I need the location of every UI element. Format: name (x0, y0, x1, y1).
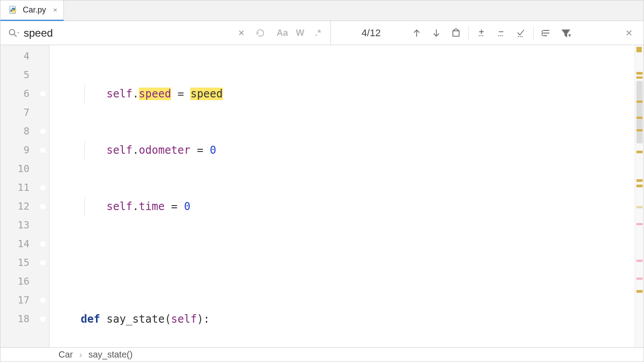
match-marker-icon[interactable] (636, 290, 643, 293)
line-number: 5 (0, 66, 49, 84)
match-marker-icon[interactable] (636, 151, 643, 153)
error-marker-icon[interactable] (636, 260, 643, 262)
prev-match-button[interactable] (407, 21, 427, 45)
search-box: ✕ Aa W .* (0, 21, 331, 45)
file-tab[interactable]: Car.py × (0, 0, 64, 21)
match-marker-icon[interactable] (636, 206, 643, 208)
find-tools: 4/12 ✕ (331, 21, 644, 45)
whole-words-toggle[interactable]: W (291, 28, 309, 38)
close-tab-icon[interactable]: × (53, 6, 57, 14)
line-number: 17 (0, 291, 49, 310)
fold-handle-icon[interactable] (39, 297, 46, 304)
fold-handle-icon[interactable] (39, 90, 46, 97)
python-file-icon (8, 5, 18, 15)
code-line[interactable]: self.time = 0 (50, 197, 635, 216)
match-marker-icon[interactable] (636, 117, 643, 119)
match-case-toggle[interactable]: Aa (273, 28, 291, 38)
filter-button[interactable] (556, 21, 576, 45)
line-number: 8 (0, 122, 49, 141)
code-line[interactable]: self.odometer = 0 (50, 141, 635, 160)
line-number: 6 (0, 84, 49, 103)
match-marker-icon[interactable] (636, 72, 643, 75)
code-line[interactable] (50, 253, 635, 272)
match-marker-icon[interactable] (636, 76, 643, 79)
line-number: 15 (0, 253, 49, 272)
line-number: 7 (0, 103, 49, 122)
line-number: 11 (0, 178, 49, 197)
match-marker-icon[interactable] (636, 179, 643, 182)
match-marker-icon[interactable] (636, 101, 643, 103)
fold-handle-icon[interactable] (39, 259, 46, 266)
line-number: 10 (0, 160, 49, 178)
error-marker-icon[interactable] (636, 278, 643, 280)
find-bar: ✕ Aa W .* 4/12 ✕ (0, 21, 644, 45)
fold-handle-icon[interactable] (39, 240, 46, 248)
tab-bar: Car.py × (0, 0, 644, 21)
tab-filename: Car.py (23, 5, 46, 15)
search-input[interactable] (24, 27, 232, 39)
next-match-button[interactable] (427, 21, 446, 45)
fold-handle-icon[interactable] (39, 203, 46, 210)
line-number: 13 (0, 216, 49, 235)
marker-strip[interactable] (635, 45, 644, 347)
fold-handle-icon[interactable] (39, 128, 46, 135)
select-all-occurrences-button[interactable] (446, 21, 466, 45)
line-number: 16 (0, 272, 49, 291)
svg-line-2 (14, 34, 17, 37)
svg-point-1 (9, 29, 15, 35)
clear-search-icon[interactable]: ✕ (232, 28, 251, 38)
search-icon[interactable] (8, 29, 20, 38)
editor: 4 5 6 7 8 9 10 11 12 13 14 15 16 17 18 s… (0, 45, 644, 347)
code-area[interactable]: self.speed = speed self.odometer = 0 sel… (50, 45, 635, 347)
match-marker-icon[interactable] (636, 129, 643, 131)
warning-marker-icon[interactable] (636, 47, 642, 52)
line-number: 12 (0, 197, 49, 216)
scrollbar-thumb[interactable] (636, 81, 643, 143)
fold-handle-icon[interactable] (39, 316, 46, 323)
code-line[interactable]: self.speed = speed (50, 84, 635, 103)
line-number: 18 (0, 310, 49, 328)
close-find-bar-icon[interactable]: ✕ (625, 28, 639, 38)
add-selection-button[interactable] (472, 21, 491, 45)
line-gutter: 4 5 6 7 8 9 10 11 12 13 14 15 16 17 18 (0, 45, 50, 347)
toggle-find-in-selection-button[interactable] (536, 21, 556, 45)
code-line[interactable]: def say_state(self): (50, 310, 635, 328)
fold-handle-icon[interactable] (39, 147, 46, 154)
search-history-icon[interactable] (251, 28, 269, 38)
regex-toggle[interactable]: .* (309, 28, 327, 38)
fold-handle-icon[interactable] (39, 184, 46, 191)
match-count: 4/12 (335, 27, 407, 39)
svg-rect-3 (453, 31, 459, 36)
match-marker-icon[interactable] (636, 185, 643, 187)
line-number: 4 (0, 47, 49, 66)
remove-selection-button[interactable] (491, 21, 511, 45)
error-marker-icon[interactable] (636, 223, 643, 225)
line-number: 9 (0, 141, 49, 160)
select-all-button[interactable] (511, 21, 531, 45)
line-number: 14 (0, 235, 49, 253)
